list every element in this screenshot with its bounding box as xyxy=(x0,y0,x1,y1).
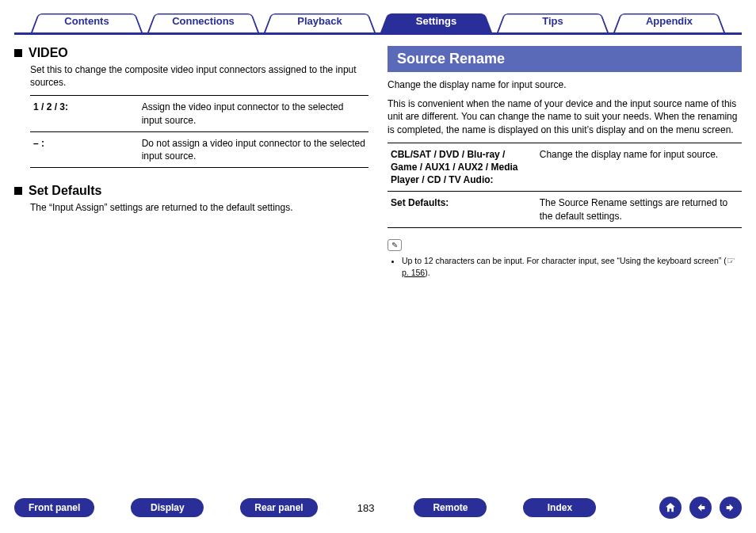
table-value: Assign the video input connector to the … xyxy=(139,96,368,131)
tab-label: Playback xyxy=(297,15,342,27)
section-banner-source-rename: Source Rename xyxy=(388,46,742,72)
table-key: – : xyxy=(30,131,139,167)
note-text-suffix: ). xyxy=(425,268,430,277)
table-value: The Source Rename settings are returned … xyxy=(536,192,742,227)
table-row: CBL/SAT / DVD / Blu-ray / Game / AUX1 / … xyxy=(388,143,742,192)
video-description: Set this to change the composite video i… xyxy=(30,63,368,89)
note-list: Up to 12 characters can be input. For ch… xyxy=(388,254,742,279)
pointer-hand-icon: ☞ xyxy=(727,255,735,266)
tab-label: Settings xyxy=(416,15,456,27)
next-page-button[interactable] xyxy=(720,497,742,519)
top-tabs: Contents Connections Playback Settings T… xyxy=(14,10,742,35)
section-title-defaults: Set Defaults xyxy=(29,184,101,198)
source-rename-p2: This is convenient when the name of your… xyxy=(388,97,742,136)
table-value: Do not assign a video input connector to… xyxy=(139,131,368,167)
tab-tips[interactable]: Tips xyxy=(497,10,609,32)
display-button[interactable]: Display xyxy=(131,498,204,517)
note-item: Up to 12 characters can be input. For ch… xyxy=(402,254,742,279)
tab-playback[interactable]: Playback xyxy=(264,10,376,32)
defaults-description: The “Input Assign” settings are returned… xyxy=(30,201,368,214)
page-number: 183 xyxy=(354,502,378,514)
tab-label: Contents xyxy=(64,15,109,27)
note-text-prefix: Up to 12 characters can be input. For ch… xyxy=(402,256,727,265)
video-settings-table: 1 / 2 / 3: Assign the video input connec… xyxy=(30,95,368,168)
table-value: Change the display name for input source… xyxy=(536,143,742,192)
tab-label: Connections xyxy=(172,15,235,27)
right-column: Source Rename Change the display name fo… xyxy=(388,46,742,279)
table-key: Set Defaults: xyxy=(388,192,536,227)
tab-contents[interactable]: Contents xyxy=(31,10,143,32)
tab-connections[interactable]: Connections xyxy=(147,10,259,32)
table-row: 1 / 2 / 3: Assign the video input connec… xyxy=(30,96,368,131)
tab-settings[interactable]: Settings xyxy=(380,10,492,32)
source-rename-p1: Change the display name for input source… xyxy=(388,78,742,91)
left-column: VIDEO Set this to change the composite v… xyxy=(14,46,368,279)
bullet-square-icon xyxy=(14,49,22,57)
table-row: Set Defaults: The Source Rename settings… xyxy=(388,192,742,227)
table-key: CBL/SAT / DVD / Blu-ray / Game / AUX1 / … xyxy=(388,143,536,192)
rear-panel-button[interactable]: Rear panel xyxy=(240,498,317,517)
arrow-right-icon xyxy=(724,501,737,514)
remote-button[interactable]: Remote xyxy=(414,498,487,517)
table-key: 1 / 2 / 3: xyxy=(30,96,139,131)
tab-label: Tips xyxy=(542,15,563,27)
arrow-left-icon xyxy=(694,501,707,514)
home-button[interactable] xyxy=(659,497,682,519)
tab-label: Appendix xyxy=(646,15,693,27)
table-row: – : Do not assign a video input connecto… xyxy=(30,131,368,167)
section-title-video: VIDEO xyxy=(29,46,68,60)
source-rename-table: CBL/SAT / DVD / Blu-ray / Game / AUX1 / … xyxy=(388,143,742,228)
bullet-square-icon xyxy=(14,187,22,195)
tab-appendix[interactable]: Appendix xyxy=(613,10,725,32)
front-panel-button[interactable]: Front panel xyxy=(14,498,94,517)
footer-nav: Front panel Display Rear panel 183 Remot… xyxy=(0,497,756,519)
home-icon xyxy=(664,501,677,514)
pencil-note-icon: ✎ xyxy=(388,239,402,251)
page-ref-link[interactable]: p. 156 xyxy=(402,268,425,277)
prev-page-button[interactable] xyxy=(689,497,712,519)
index-button[interactable]: Index xyxy=(523,498,596,517)
